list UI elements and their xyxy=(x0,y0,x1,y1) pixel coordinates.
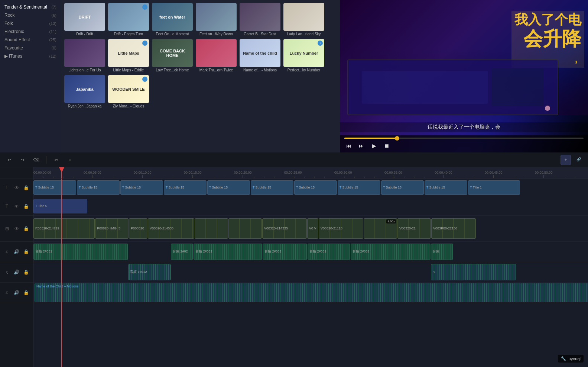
sidebar-item-4[interactable]: Sound Effect(25) xyxy=(0,36,61,44)
subtitle-label-0: Subtitle 15 xyxy=(38,186,54,189)
title-clip-0[interactable]: TTitle 5 xyxy=(33,199,87,213)
redo-button[interactable]: ↪ xyxy=(18,155,27,165)
media-item-drift[interactable]: DRIFTDrift - Drift xyxy=(64,3,105,36)
sidebar-item-5[interactable]: Favourite(0) xyxy=(0,44,61,52)
stop-button[interactable]: ⏹ xyxy=(382,141,391,150)
cut-button[interactable]: ✂ xyxy=(52,155,61,165)
tl-lock-icon-audio3[interactable]: 🔒 xyxy=(23,289,30,296)
video-clip-6[interactable]: V00320-214335 xyxy=(262,218,307,239)
audio1-clip-0[interactable]: 音频 2#031 xyxy=(33,244,128,260)
tl-speaker-icon3[interactable]: 🔊 xyxy=(13,289,20,296)
media-item-lights[interactable]: Lights on...e For Us xyxy=(64,39,105,72)
tl-eye-icon-video[interactable]: 👁 xyxy=(13,225,20,232)
media-label-drift: Drift - Drift xyxy=(64,32,105,36)
menu-button[interactable]: ≡ xyxy=(65,155,75,165)
audio2-clip-0[interactable]: 音频 1#012 xyxy=(128,264,171,280)
tl-speaker-icon2[interactable]: 🔊 xyxy=(13,268,20,276)
audio1-clip-5[interactable]: 音频 2#031 xyxy=(351,244,431,260)
media-items: DRIFTDrift - Drift↓Drift - Pages Turnfee… xyxy=(64,3,337,108)
subtitle-clip-0[interactable]: TSubtitle 15 xyxy=(33,180,76,195)
subtitle-clip-2[interactable]: TSubtitle 15 xyxy=(120,180,163,195)
video-clip-11[interactable]: V003P00-22136 xyxy=(431,218,476,239)
sidebar-item-2[interactable]: Folk(13) xyxy=(0,19,61,28)
music-track-bg: Name of the Child – Motions xyxy=(34,283,588,302)
sidebar-item-0[interactable]: Tender & Sentimental(7) xyxy=(0,3,61,11)
minor-tick-5-4 xyxy=(324,177,325,178)
video-clip-2[interactable]: P003320 xyxy=(129,218,147,239)
sidebar-item-3[interactable]: Electronic(11) xyxy=(0,28,61,36)
video-clip-1[interactable]: P00820_IMG_5 xyxy=(95,218,129,239)
audio1-clip-1[interactable]: 音频 2#02 xyxy=(171,244,193,260)
subtitle-clip-9[interactable]: TSubtitle 15 xyxy=(425,180,467,195)
video-clip-7[interactable]: V0 V xyxy=(307,218,318,239)
progress-knob[interactable] xyxy=(395,136,399,141)
subtitle-clip-10[interactable]: TTitle 1 xyxy=(468,180,520,195)
video-clip-10[interactable]: V00320-21 xyxy=(397,218,431,239)
subtitle-clip-8[interactable]: TSubtitle 15 xyxy=(381,180,424,195)
tl-lock-icon-audio1[interactable]: 🔒 xyxy=(23,248,30,255)
minor-tick-5-3 xyxy=(314,177,315,178)
ruler-tick-0 xyxy=(42,175,42,178)
media-item-pages[interactable]: ↓Drift - Pages Turn xyxy=(108,3,149,36)
subtitle-clip-7[interactable]: TSubtitle 15 xyxy=(338,180,380,195)
subtitle-clip-5[interactable]: TSubtitle 15 xyxy=(251,180,293,195)
undo-button[interactable]: ↩ xyxy=(4,155,14,165)
media-item-feet-moment[interactable]: feet on WaterFeet On...d Moment xyxy=(152,3,193,36)
audio1-clip-4[interactable]: 音频 2#031 xyxy=(308,244,350,260)
video-clip-9[interactable]: 4.00x xyxy=(364,218,397,239)
subtitle-clip-4[interactable]: TSubtitle 15 xyxy=(207,180,250,195)
media-item-name[interactable]: Name of the childName of....- Motions xyxy=(240,39,280,72)
step-forward-button[interactable]: ⏭ xyxy=(357,141,366,150)
tl-speaker-icon1[interactable]: 🔊 xyxy=(13,248,20,255)
media-item-ziv[interactable]: WOODEN SMILE↓Ziv Mora...- Clouds xyxy=(108,75,149,108)
thumb-text-perfect: Lucky Number xyxy=(288,49,319,57)
video-clip-0[interactable]: R00320-214719 xyxy=(33,218,95,239)
step-back-button[interactable]: ⏮ xyxy=(344,141,353,150)
media-item-ryan[interactable]: JapanikaRyan Jon...Japanika xyxy=(64,75,105,108)
ruler-minor-4-3 xyxy=(264,177,264,178)
audio1-clip-2[interactable]: 音频 2#031 xyxy=(194,244,262,260)
link-button[interactable]: 🔗 xyxy=(574,155,584,164)
minor-tick-7-3 xyxy=(415,177,415,178)
add-media-button[interactable]: + xyxy=(561,155,571,165)
tl-tool-row-title: T 👁 🔒 xyxy=(0,197,33,216)
sidebar-label-3: Electronic xyxy=(4,29,24,34)
minor-tick-9-1 xyxy=(495,177,495,178)
tl-eye-icon-title[interactable]: 👁 xyxy=(13,203,20,210)
media-label-feet-way: Feet on...Way Down xyxy=(196,32,237,36)
tl-lock-icon-subtitle[interactable]: 🔒 xyxy=(23,184,30,191)
ruler-minor-5-2 xyxy=(304,177,305,178)
audio1-clip-3[interactable]: 音频 2#031 xyxy=(263,244,307,260)
progress-track[interactable] xyxy=(344,138,584,139)
media-item-feet-way[interactable]: Feet on...Way Down xyxy=(196,3,237,36)
video-clip-4[interactable] xyxy=(195,218,228,239)
subtitle-clip-3[interactable]: TSubtitle 15 xyxy=(164,180,207,195)
media-thumb-garret xyxy=(240,3,280,31)
tl-lock-icon-audio2[interactable]: 🔒 xyxy=(23,268,30,276)
video-clip-5[interactable] xyxy=(228,218,262,239)
media-item-lady[interactable]: Lady Lan...rland Sky xyxy=(283,3,324,36)
play-button[interactable]: ▶ xyxy=(370,141,379,150)
tl-lock-icon-title[interactable]: 🔒 xyxy=(23,203,30,210)
media-item-garret[interactable]: Garret B...Star Dust xyxy=(240,3,280,36)
ruler-minor-7-2 xyxy=(405,177,405,178)
audio2-clip-1[interactable]: 3 xyxy=(431,264,516,280)
media-label-pages: Drift - Pages Turn xyxy=(108,32,149,36)
delete-button[interactable]: ⌫ xyxy=(31,155,41,165)
tl-tool-row-audio3: ♫ 🔊 🔒 xyxy=(0,283,33,303)
media-item-perfect[interactable]: Lucky Number↓Perfect...ky Number xyxy=(283,39,324,72)
subtitle-clip-1[interactable]: TSubtitle 15 xyxy=(77,180,120,195)
media-item-little[interactable]: Little Maps↓Little Maps - Eddie xyxy=(108,39,149,72)
sidebar-item-6[interactable]: ▶ iTunes(12) xyxy=(0,52,61,60)
sidebar-item-1[interactable]: Rock(6) xyxy=(0,11,61,19)
ruler-minor-4-1 xyxy=(244,177,244,178)
video-clip-8[interactable]: V00320-21118 xyxy=(319,218,363,239)
media-item-mark[interactable]: Mark Tra...orn Twice xyxy=(196,39,237,72)
audio1-clip-6[interactable]: 音频 xyxy=(431,244,453,260)
ruler-tick-3 xyxy=(192,175,193,178)
media-item-low[interactable]: COME BACK HOMELow Tree...ck Home xyxy=(152,39,193,72)
video-clip-3[interactable]: V00320-214535 xyxy=(148,218,194,239)
tl-eye-icon-subtitle[interactable]: 👁 xyxy=(13,184,20,191)
subtitle-clip-6[interactable]: TSubtitle 15 xyxy=(294,180,337,195)
tl-lock-icon-video[interactable]: 🔒 xyxy=(23,225,30,232)
